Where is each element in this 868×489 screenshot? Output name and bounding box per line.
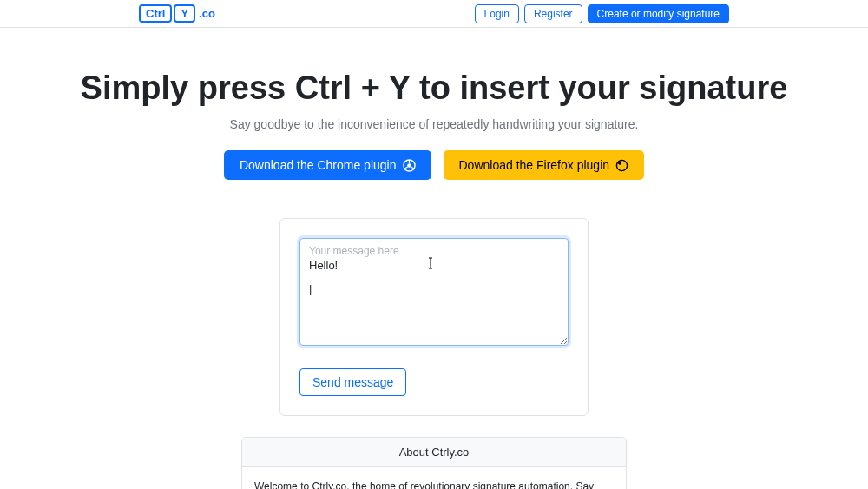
page-title: Simply press Ctrl + Y to insert your sig… [17, 69, 851, 107]
page-subtitle: Say goodbye to the inconvenience of repe… [17, 117, 851, 131]
logo[interactable]: Ctrl Y .co [139, 4, 215, 23]
about-header: About Ctrly.co [242, 438, 626, 467]
about-card: About Ctrly.co Welcome to Ctrly.co, the … [241, 437, 627, 489]
about-paragraph-1: Welcome to Ctrly.co, the home of revolut… [254, 479, 614, 489]
login-button[interactable]: Login [475, 4, 519, 23]
firefox-icon [615, 159, 628, 172]
about-section: About Ctrly.co Welcome to Ctrly.co, the … [0, 437, 868, 489]
download-chrome-button[interactable]: Download the Chrome plugin [224, 150, 431, 180]
logo-ctrl: Ctrl [139, 4, 172, 23]
send-message-button[interactable]: Send message [299, 368, 406, 396]
about-body: Welcome to Ctrly.co, the home of revolut… [242, 467, 626, 489]
demo-textarea-wrapper: Your message here Hello! | [299, 238, 569, 349]
download-buttons: Download the Chrome plugin Download the … [17, 150, 851, 180]
demo-card: Your message here Hello! | Send message [279, 218, 589, 416]
download-firefox-button[interactable]: Download the Firefox plugin [444, 150, 645, 180]
nav-buttons: Login Register Create or modify signatur… [475, 4, 729, 23]
create-signature-button[interactable]: Create or modify signature [588, 4, 729, 23]
chrome-icon [403, 159, 416, 172]
svg-point-1 [407, 163, 411, 168]
svg-point-2 [616, 160, 627, 170]
logo-y: Y [174, 4, 195, 23]
logo-suffix: .co [199, 7, 215, 20]
download-chrome-label: Download the Chrome plugin [240, 158, 397, 172]
download-firefox-label: Download the Firefox plugin [459, 158, 610, 172]
register-button[interactable]: Register [524, 4, 582, 23]
hero: Simply press Ctrl + Y to insert your sig… [0, 28, 868, 197]
navbar: Ctrl Y .co Login Register Create or modi… [0, 0, 868, 28]
message-textarea[interactable] [299, 238, 569, 346]
